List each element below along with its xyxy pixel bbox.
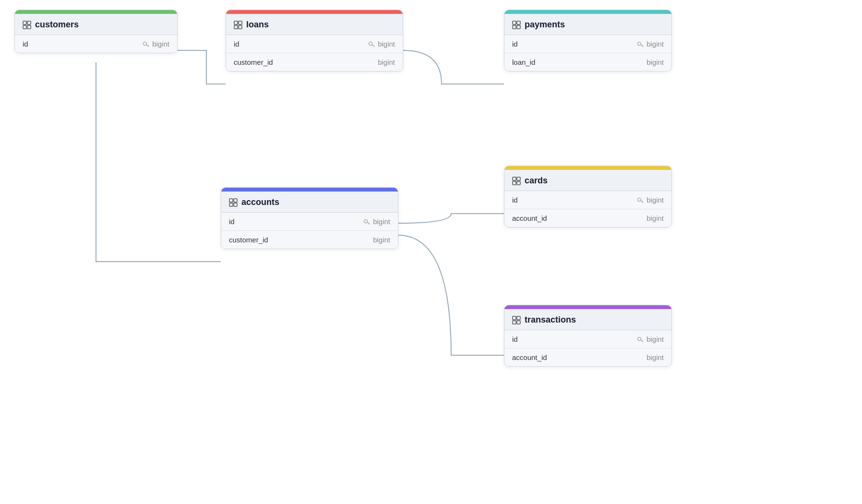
row-field-type: bigint — [363, 217, 390, 226]
svg-rect-9 — [234, 25, 238, 29]
row-field-name: id — [512, 335, 518, 343]
svg-rect-3 — [27, 25, 31, 29]
row-field-name: id — [23, 40, 28, 48]
table-icon-transactions — [512, 315, 521, 324]
table-row[interactable]: id bigint — [504, 35, 671, 53]
key-icon — [636, 40, 644, 48]
svg-rect-8 — [239, 21, 242, 24]
table-icon-loans — [234, 20, 242, 29]
table-row[interactable]: loan_id bigint — [504, 53, 671, 71]
row-field-type: bigint — [646, 214, 664, 222]
svg-line-27 — [369, 223, 370, 223]
svg-rect-31 — [517, 181, 520, 185]
table-icon-cards — [512, 176, 521, 185]
table-icon-accounts — [229, 198, 238, 207]
svg-rect-29 — [517, 177, 520, 180]
key-icon — [636, 196, 644, 204]
svg-line-34 — [642, 201, 643, 202]
svg-rect-0 — [23, 21, 26, 24]
row-field-type: bigint — [636, 196, 664, 204]
svg-rect-10 — [239, 25, 242, 29]
svg-rect-14 — [513, 21, 516, 24]
row-field-type: bigint — [646, 58, 664, 66]
svg-rect-2 — [23, 25, 26, 29]
row-field-name: id — [234, 40, 239, 48]
row-field-name: customer_id — [234, 58, 273, 66]
svg-rect-30 — [513, 181, 516, 185]
svg-rect-37 — [513, 321, 516, 324]
table-transactions[interactable]: transactions id bigint account_id big — [504, 305, 672, 367]
svg-line-41 — [642, 340, 643, 341]
table-accounts[interactable]: accounts id bigint customer_id bigint — [221, 187, 398, 249]
svg-rect-17 — [517, 25, 520, 29]
connections-svg — [0, 0, 862, 504]
svg-line-13 — [373, 45, 374, 46]
svg-rect-23 — [229, 203, 233, 206]
table-rows-transactions: id bigint account_id bigint — [504, 330, 671, 366]
table-rows-accounts: id bigint customer_id bigint — [221, 212, 398, 249]
key-icon — [363, 217, 371, 226]
row-field-name: id — [512, 40, 518, 48]
svg-rect-16 — [513, 25, 516, 29]
table-header-loans — [226, 10, 403, 14]
key-icon — [368, 40, 375, 48]
table-payments[interactable]: payments id bigint loan_id bigint — [504, 10, 672, 72]
table-row[interactable]: id bigint — [221, 213, 398, 231]
table-header-transactions — [504, 305, 671, 309]
table-title-customers: customers — [15, 14, 177, 35]
svg-rect-7 — [234, 21, 238, 24]
row-field-type: bigint — [636, 335, 664, 343]
table-row[interactable]: customer_id bigint — [221, 231, 398, 249]
row-field-name: id — [512, 196, 518, 204]
svg-rect-38 — [517, 321, 520, 324]
svg-rect-24 — [234, 203, 237, 206]
key-icon — [142, 40, 150, 48]
svg-rect-36 — [517, 316, 520, 320]
diagram-canvas: customers id bigint loans — [0, 0, 862, 504]
row-field-type: bigint — [378, 58, 395, 66]
svg-rect-1 — [27, 21, 31, 24]
row-field-type: bigint — [368, 40, 395, 48]
table-row[interactable]: account_id bigint — [504, 209, 671, 227]
svg-rect-15 — [517, 21, 520, 24]
svg-rect-35 — [513, 316, 516, 320]
table-title-loans: loans — [226, 14, 403, 35]
table-icon-customers — [23, 20, 31, 29]
table-title-cards: cards — [504, 170, 671, 191]
row-field-type: bigint — [373, 236, 390, 244]
row-field-name: account_id — [512, 353, 547, 361]
table-title-accounts: accounts — [221, 192, 398, 212]
table-loans[interactable]: loans id bigint customer_id bigint — [226, 10, 403, 72]
table-row[interactable]: id bigint — [226, 35, 403, 53]
table-header-customers — [15, 10, 177, 14]
row-field-name: customer_id — [229, 236, 268, 244]
svg-rect-22 — [234, 199, 237, 202]
table-row[interactable]: id bigint — [504, 330, 671, 348]
table-title-transactions: transactions — [504, 309, 671, 330]
table-customers[interactable]: customers id bigint — [14, 10, 178, 53]
table-cards[interactable]: cards id bigint account_id bigint — [504, 166, 672, 228]
table-header-payments — [504, 10, 671, 14]
svg-line-20 — [642, 45, 643, 46]
svg-rect-28 — [513, 177, 516, 180]
row-field-name: account_id — [512, 214, 547, 222]
table-title-payments: payments — [504, 14, 671, 35]
svg-line-6 — [148, 45, 149, 46]
row-field-name: id — [229, 217, 235, 226]
table-header-cards — [504, 166, 671, 170]
table-rows-payments: id bigint loan_id bigint — [504, 35, 671, 71]
row-field-type: bigint — [646, 353, 664, 361]
row-field-name: loan_id — [512, 58, 535, 66]
table-rows-customers: id bigint — [15, 35, 177, 53]
table-row[interactable]: id bigint — [504, 191, 671, 209]
row-field-type: bigint — [142, 40, 169, 48]
table-icon-payments — [512, 20, 521, 29]
table-rows-cards: id bigint account_id bigint — [504, 191, 671, 227]
table-row[interactable]: customer_id bigint — [226, 53, 403, 71]
row-field-type: bigint — [636, 40, 664, 48]
table-row[interactable]: id bigint — [15, 35, 177, 53]
table-header-accounts — [221, 188, 398, 192]
svg-rect-21 — [229, 199, 233, 202]
table-row[interactable]: account_id bigint — [504, 348, 671, 366]
key-icon — [636, 335, 644, 343]
